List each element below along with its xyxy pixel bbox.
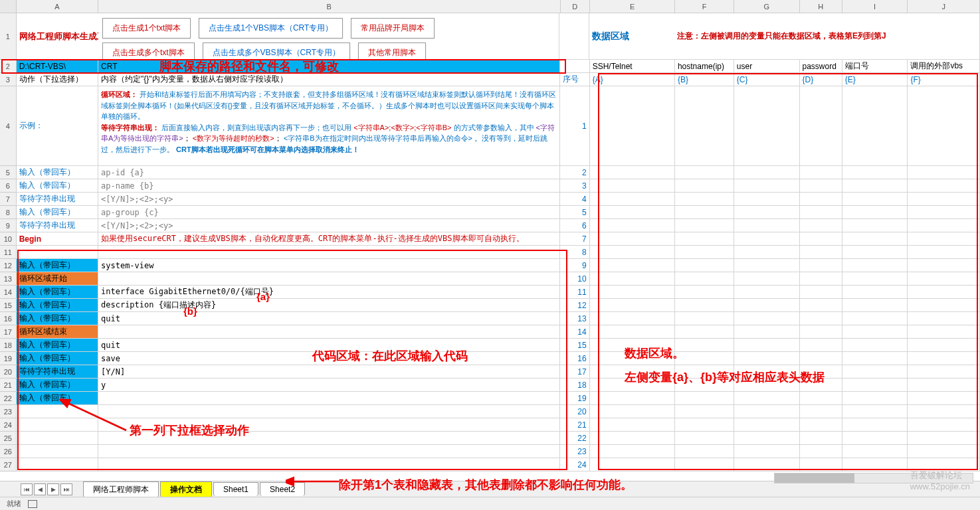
cell-I14[interactable]: [842, 286, 908, 299]
cell-E27[interactable]: [590, 458, 675, 471]
cell-A9[interactable]: 等待字符串出现: [17, 219, 98, 232]
cell-E14[interactable]: [590, 286, 675, 299]
cell-A26[interactable]: [17, 445, 98, 458]
cell-D23[interactable]: 20: [560, 405, 589, 418]
cell-B21[interactable]: y: [98, 379, 560, 392]
cell-E4[interactable]: [590, 86, 675, 166]
row-header-4[interactable]: 4: [0, 86, 17, 166]
row-header-7[interactable]: 7: [0, 193, 17, 206]
cell-G2-header[interactable]: user: [734, 60, 800, 73]
cell-J15[interactable]: [908, 299, 980, 312]
cell-D10[interactable]: 7: [560, 232, 589, 246]
cell-J23[interactable]: [908, 405, 980, 418]
row-header-24[interactable]: 24: [0, 418, 17, 432]
cell-J7[interactable]: [908, 193, 980, 206]
cell-H24[interactable]: [800, 418, 842, 432]
btn-gen-1-vbs[interactable]: 点击生成1个VBS脚本（CRT专用）: [199, 18, 343, 39]
cell-E24[interactable]: [590, 418, 675, 432]
cell-A3[interactable]: 动作（下拉选择）: [17, 73, 98, 86]
cell-E13[interactable]: [590, 272, 675, 286]
cell-G26[interactable]: [734, 445, 800, 458]
cell-F4[interactable]: [675, 86, 734, 166]
cell-J6[interactable]: [908, 179, 980, 193]
cell-H14[interactable]: [800, 286, 842, 299]
tab-nav-next[interactable]: ▶: [47, 483, 59, 495]
cell-I1[interactable]: [842, 13, 908, 60]
cell-F2-header[interactable]: hostname(ip): [675, 60, 734, 73]
tab-docs[interactable]: 操作文档: [160, 481, 212, 497]
col-header-F[interactable]: F: [675, 0, 734, 13]
cell-D2[interactable]: [560, 60, 589, 73]
tab-main-script[interactable]: 网络工程师脚本: [83, 481, 159, 497]
cell-E10[interactable]: [590, 232, 675, 246]
cell-A19[interactable]: 输入（带回车）: [17, 352, 98, 365]
cell-D18[interactable]: 15: [560, 339, 589, 352]
cell-F1[interactable]: 注意：左侧被调用的变量只能在数据区域，表格第E列到第J: [674, 13, 734, 60]
cell-B11[interactable]: [98, 246, 560, 259]
col-header-A[interactable]: A: [17, 0, 98, 13]
cell-J2-header[interactable]: 调用的外部vbs: [908, 60, 980, 73]
cell-B13[interactable]: [98, 272, 560, 286]
cell-F26[interactable]: [675, 445, 734, 458]
cell-I24[interactable]: [842, 418, 908, 432]
cell-G3[interactable]: {C}: [734, 73, 800, 86]
cell-F10[interactable]: [675, 232, 734, 246]
cell-D3[interactable]: 序号: [560, 73, 589, 86]
cell-A12[interactable]: 输入（带回车）: [17, 259, 98, 272]
cell-J22[interactable]: [908, 392, 980, 405]
cell-F7[interactable]: [675, 193, 734, 206]
cell-J20[interactable]: [908, 365, 980, 379]
col-header-J[interactable]: J: [908, 0, 980, 13]
row-header-15[interactable]: 15: [0, 299, 17, 312]
cell-H10[interactable]: [800, 232, 842, 246]
cell-D19[interactable]: 16: [560, 352, 589, 365]
cell-B17[interactable]: [98, 325, 560, 339]
cell-E8[interactable]: [590, 206, 675, 219]
cell-H18[interactable]: [800, 339, 842, 352]
cell-I12[interactable]: [842, 259, 908, 272]
hscroll-thumb[interactable]: [775, 473, 854, 483]
cell-F27[interactable]: [675, 458, 734, 471]
cell-F25[interactable]: [675, 432, 734, 445]
cell-E6[interactable]: [590, 179, 675, 193]
cell-G18[interactable]: [734, 339, 800, 352]
cell-B1[interactable]: 点击生成1个txt脚本 点击生成1个VBS脚本（CRT专用） 常用品牌开局脚本 …: [98, 13, 560, 60]
cell-D11[interactable]: 8: [560, 246, 589, 259]
cell-J9[interactable]: [908, 219, 980, 232]
cell-D1[interactable]: [559, 13, 589, 60]
cell-I9[interactable]: [842, 219, 908, 232]
cell-B26[interactable]: [98, 445, 560, 458]
cell-E16[interactable]: [590, 312, 675, 325]
cell-H5[interactable]: [800, 166, 842, 179]
cell-A20[interactable]: 等待字符串出现: [17, 365, 98, 379]
cell-D25[interactable]: 22: [560, 432, 589, 445]
cell-D20[interactable]: 17: [560, 365, 589, 379]
row-header-2[interactable]: 2: [0, 60, 17, 73]
cell-F8[interactable]: [675, 206, 734, 219]
cell-E15[interactable]: [590, 299, 675, 312]
row-header-19[interactable]: 19: [0, 352, 17, 365]
cell-G22[interactable]: [734, 392, 800, 405]
cell-G19[interactable]: [734, 352, 800, 365]
cell-J5[interactable]: [908, 166, 980, 179]
cell-F17[interactable]: [675, 325, 734, 339]
cell-E25[interactable]: [590, 432, 675, 445]
select-all-corner[interactable]: [0, 0, 17, 13]
cell-J16[interactable]: [908, 312, 980, 325]
cell-I25[interactable]: [842, 432, 908, 445]
btn-gen-n-txt[interactable]: 点击生成多个txt脚本: [102, 42, 195, 60]
cell-F3[interactable]: {B}: [675, 73, 734, 86]
cell-I4[interactable]: [842, 86, 908, 166]
cell-F16[interactable]: [675, 312, 734, 325]
btn-brand-scripts[interactable]: 常用品牌开局脚本: [351, 18, 435, 39]
cell-B4-example[interactable]: 循环区域： 开始和结束标签行后面不用填写内容；不支持嵌套，但支持多组循环区域！没…: [98, 86, 560, 166]
cell-G25[interactable]: [734, 432, 800, 445]
cell-I6[interactable]: [842, 179, 908, 193]
row-header-22[interactable]: 22: [0, 392, 17, 405]
cell-H16[interactable]: [800, 312, 842, 325]
cell-G10[interactable]: [734, 232, 800, 246]
cell-J8[interactable]: [908, 206, 980, 219]
cell-A4[interactable]: 示例：: [17, 86, 98, 166]
cell-F24[interactable]: [675, 418, 734, 432]
cell-I7[interactable]: [842, 193, 908, 206]
